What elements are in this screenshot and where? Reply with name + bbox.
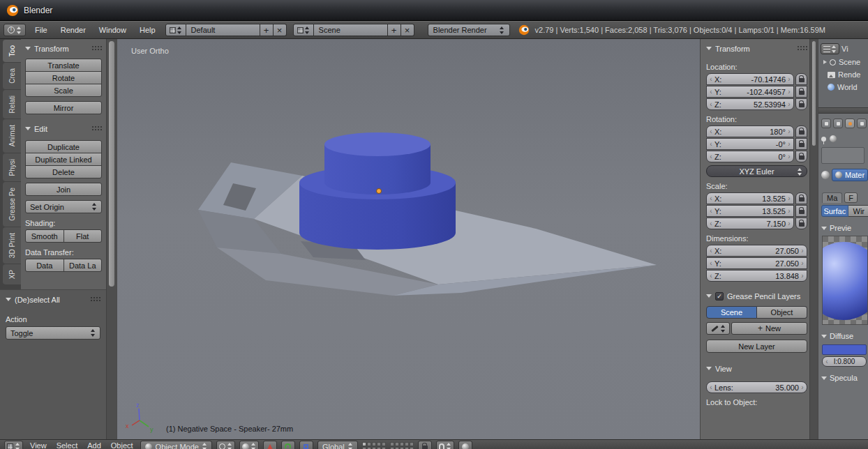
render-engine-dropdown[interactable]: Blender Render (428, 24, 510, 36)
redo-panel-header[interactable]: (De)select All (6, 294, 100, 305)
scale-z-field[interactable]: Z: 7.150 (706, 218, 794, 229)
lock-to-scene-button[interactable] (418, 441, 432, 449)
render-tab-icon[interactable] (821, 119, 831, 128)
manipulator-scale-button[interactable] (299, 441, 313, 449)
increment-arrow-icon[interactable] (786, 86, 793, 97)
decrement-arrow-icon[interactable] (708, 74, 714, 84)
mode-dropdown[interactable]: Object Mode (140, 441, 212, 449)
lens-field[interactable]: Lens: 35.000 (706, 381, 807, 393)
rotation-mode-dropdown[interactable]: XYZ Euler (706, 165, 807, 177)
increment-arrow-icon[interactable] (799, 245, 806, 256)
increment-arrow-icon[interactable] (786, 99, 793, 109)
material-name-button[interactable]: Mater (832, 169, 868, 181)
dimensions-x-field[interactable]: X: 27.050 (706, 245, 807, 257)
scale-y-field[interactable]: Y: 13.525 (706, 205, 794, 217)
speaker-cylinder-object[interactable] (299, 132, 456, 250)
specular-panel-header[interactable]: Specula (821, 372, 868, 384)
increment-arrow-icon[interactable] (786, 151, 793, 162)
scale-button[interactable]: Scale (25, 84, 102, 97)
decrement-arrow-icon[interactable] (708, 271, 714, 281)
menu-window[interactable]: Window (93, 23, 133, 37)
flat-button[interactable]: Flat (63, 229, 103, 243)
diffuse-panel-header[interactable]: Diffuse (821, 330, 868, 342)
data-button[interactable]: Data (25, 259, 64, 272)
grease-pencil-checkbox[interactable] (715, 292, 724, 300)
increment-arrow-icon[interactable] (799, 382, 806, 393)
decrement-arrow-icon[interactable] (708, 206, 714, 216)
decrement-arrow-icon[interactable] (708, 86, 714, 97)
rotation-y-lock-button[interactable] (795, 138, 807, 150)
viewport-canvas[interactable]: z y x (117, 39, 701, 439)
transform-header[interactable]: Transform (706, 43, 807, 54)
dimensions-y-field[interactable]: Y: 27.050 (706, 257, 807, 269)
tab-tools[interactable]: Too (3, 40, 21, 62)
edit-panel-header[interactable]: Edit (25, 123, 102, 135)
decrement-arrow-icon[interactable] (708, 193, 714, 204)
pivot-dropdown[interactable] (216, 441, 235, 449)
location-z-field[interactable]: Z: 52.53994 (706, 98, 794, 110)
scrollbar-thumb[interactable] (109, 41, 114, 287)
decrement-arrow-icon[interactable] (708, 139, 714, 149)
fake-user-button[interactable]: F (844, 192, 858, 203)
translate-button[interactable]: Translate (25, 59, 102, 72)
layers-widget-group2[interactable] (390, 442, 414, 449)
material-slot-list[interactable] (821, 147, 865, 164)
tool-shelf-scrollbar[interactable] (106, 39, 117, 439)
modifier-tab-icon[interactable] (857, 119, 867, 128)
wire-type-button[interactable]: Wir (848, 205, 868, 217)
increment-arrow-icon[interactable] (786, 218, 793, 229)
action-dropdown[interactable]: Toggle (6, 326, 100, 340)
scale-z-lock-button[interactable] (795, 218, 807, 229)
gpencil-object-button[interactable]: Object (757, 306, 807, 319)
layout-browse-button[interactable] (165, 24, 186, 36)
decrement-arrow-icon[interactable] (708, 258, 714, 268)
panel-grip-icon[interactable] (91, 45, 102, 52)
shading-dropdown[interactable] (239, 441, 259, 449)
surface-type-button[interactable]: Surfac (821, 205, 848, 217)
close-layout-button[interactable] (274, 24, 287, 36)
increment-arrow-icon[interactable] (786, 206, 793, 216)
pin-icon[interactable] (821, 137, 826, 142)
decrement-arrow-icon[interactable] (708, 245, 714, 256)
outliner-row-renderlayers[interactable]: Rende (821, 68, 868, 81)
rotation-x-lock-button[interactable] (795, 125, 807, 137)
tab-relations[interactable]: Relati (3, 90, 21, 119)
outliner-row-scene[interactable]: Scene (821, 56, 868, 68)
add-layout-button[interactable] (260, 24, 274, 36)
decrement-arrow-icon[interactable] (708, 151, 714, 162)
scene-browse-button[interactable] (293, 24, 314, 36)
scene-name-field[interactable]: Scene (314, 24, 388, 36)
snap-dropdown[interactable] (436, 441, 454, 449)
decrement-arrow-icon[interactable] (708, 126, 714, 137)
decrement-arrow-icon[interactable] (708, 218, 714, 229)
panel-grip-icon[interactable] (797, 45, 807, 52)
menu-render[interactable]: Render (54, 23, 92, 37)
gpencil-new-button[interactable]: New (731, 322, 807, 335)
decrement-arrow-icon[interactable] (708, 99, 714, 109)
add-menu[interactable]: Add (84, 441, 104, 449)
increment-arrow-icon[interactable] (799, 271, 806, 281)
layers-widget-group1[interactable] (362, 442, 386, 449)
scale-x-field[interactable]: X: 13.525 (706, 192, 794, 204)
increment-arrow-icon[interactable] (799, 258, 806, 268)
location-z-lock-button[interactable] (795, 98, 807, 110)
disclosure-icon[interactable] (823, 60, 827, 64)
preview-panel-header[interactable]: Previe (821, 222, 868, 234)
render-opengl-button[interactable] (458, 441, 472, 449)
viewport-3d[interactable]: z y x User Ortho (1) Negative Space - Sp… (117, 39, 700, 439)
new-layer-button[interactable]: New Layer (706, 340, 807, 353)
tab-grease-pencil[interactable]: Grease Pe (3, 182, 21, 227)
diffuse-color-swatch[interactable] (822, 344, 867, 355)
increment-arrow-icon[interactable] (786, 126, 793, 137)
rotation-z-lock-button[interactable] (795, 151, 807, 162)
tab-xp[interactable]: XP (3, 264, 21, 284)
manipulator-translate-button[interactable] (263, 441, 277, 449)
tab-physics[interactable]: Physi (3, 153, 21, 181)
panel-grip-icon[interactable] (90, 296, 100, 303)
outliner-row-world[interactable]: World (821, 81, 868, 93)
manipulator-rotate-button[interactable] (281, 441, 295, 449)
grease-pencil-header[interactable]: Grease Pencil Layers (706, 290, 807, 302)
close-scene-button[interactable] (401, 24, 414, 36)
increment-arrow-icon[interactable] (786, 193, 793, 204)
outliner-editor-type-button[interactable] (821, 43, 839, 54)
